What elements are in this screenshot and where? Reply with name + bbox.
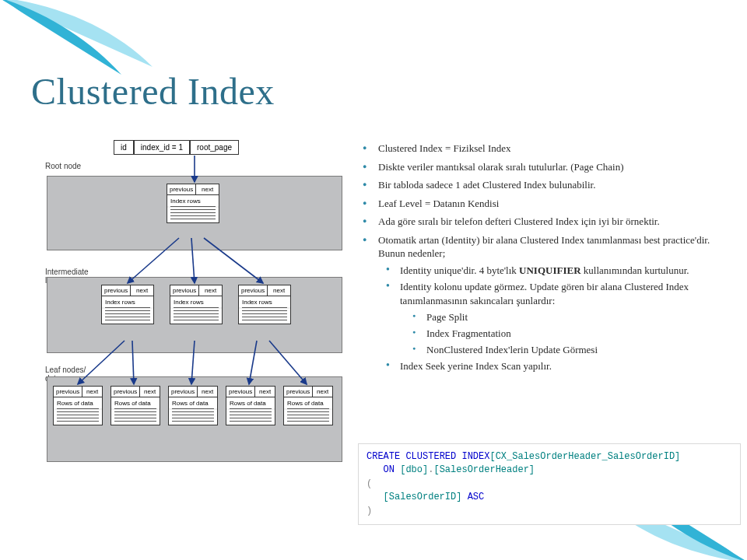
diagram-header-row: id index_id = 1 root_page — [114, 140, 239, 155]
bullet-subitem: Index Seek yerine Index Scan yapılır. — [395, 359, 716, 373]
clustered-index-diagram: id index_id = 1 root_page Root node prev… — [47, 140, 342, 474]
root-level-label: Root node — [45, 162, 81, 170]
intermediate-page: previousnext Index rows — [238, 285, 291, 324]
sql-code-block: CREATE CLUSTERED INDEX[CX_SalesOrderHead… — [358, 443, 741, 525]
bullet-subitem: Identity unique'dir. 4 byte'lık UNIQUIFI… — [395, 264, 716, 278]
bullet-subsubitem: Index Fragmentation — [422, 327, 716, 341]
leaf-page: previousnext Rows of data — [110, 386, 160, 425]
intermediate-page: previousnext Index rows — [101, 285, 154, 324]
bullet-item: Bir tabloda sadece 1 adet Clustered Inde… — [374, 178, 716, 192]
bullet-item: Otomatik artan (Identity) bir alana Clus… — [374, 233, 716, 373]
leaf-page: previousnext Rows of data — [168, 386, 218, 425]
bullet-subitem: Identity kolonu update görmez. Update gö… — [395, 280, 716, 356]
bullet-content: Clustered Index = Fiziksel Index Diskte … — [358, 142, 716, 378]
leaf-page: previousnext Rows of data — [226, 386, 275, 425]
leaf-page: previousnext Rows of data — [53, 386, 103, 425]
slide-title: Clustered Index — [31, 70, 275, 113]
intermediate-page: previousnext Index rows — [170, 285, 223, 324]
header-id: id — [114, 140, 134, 155]
bullet-item: Ada göre sıralı bir telefon defteri Clus… — [374, 215, 716, 229]
header-index-id: index_id = 1 — [134, 140, 190, 155]
bullet-subsubitem: NonClustered Index'lerin Update Görmesi — [422, 343, 716, 357]
bullet-subsubitem: Page Split — [422, 310, 716, 324]
header-root-page: root_page — [190, 140, 239, 155]
root-page: previousnext Index rows — [167, 184, 219, 223]
bullet-item: Leaf Level = Datanın Kendisi — [374, 197, 716, 211]
bullet-item: Clustered Index = Fiziksel Index — [374, 142, 716, 156]
leaf-page: previousnext Rows of data — [283, 386, 333, 425]
bullet-item: Diskte veriler mantıksal olarak sıralı t… — [374, 160, 716, 174]
